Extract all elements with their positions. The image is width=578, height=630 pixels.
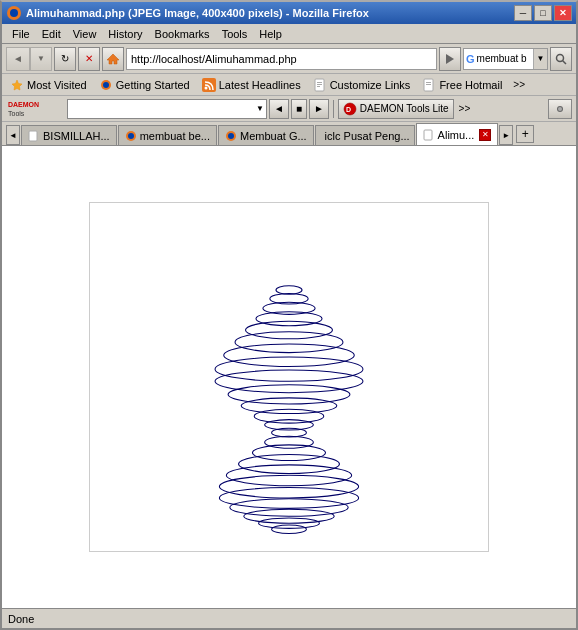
window-title: Alimuhammad.php (JPEG Image, 400x400 pix… bbox=[26, 7, 369, 19]
svg-point-4 bbox=[557, 54, 564, 61]
tab-scroll-left[interactable]: ◄ bbox=[6, 125, 20, 145]
tab-iclc[interactable]: iclc Pusat Peng... bbox=[315, 125, 415, 145]
menu-help[interactable]: Help bbox=[253, 26, 288, 42]
nav-bar: ◄ ▼ ↻ ✕ G ▼ bbox=[2, 44, 576, 74]
menu-edit[interactable]: Edit bbox=[36, 26, 67, 42]
search-input[interactable] bbox=[477, 53, 533, 64]
title-buttons: ─ □ ✕ bbox=[514, 5, 572, 21]
svg-rect-25 bbox=[29, 131, 37, 141]
svg-point-10 bbox=[204, 86, 207, 89]
stop-button[interactable]: ✕ bbox=[78, 47, 100, 71]
daemon-lite-label: DAEMON Tools Lite bbox=[360, 103, 449, 114]
svg-line-5 bbox=[563, 60, 567, 64]
daemon-tools-lite-button[interactable]: D DAEMON Tools Lite bbox=[338, 99, 454, 119]
tab-bismillah[interactable]: BISMILLAH... bbox=[21, 125, 117, 145]
latest-headlines-label: Latest Headlines bbox=[219, 79, 301, 91]
tab-membuat-be-label: membuat be... bbox=[140, 130, 210, 142]
svg-point-29 bbox=[228, 133, 234, 139]
menu-bookmarks[interactable]: Bookmarks bbox=[149, 26, 216, 42]
go-button[interactable] bbox=[439, 47, 461, 71]
svg-marker-3 bbox=[446, 54, 454, 64]
reload-button[interactable]: ↻ bbox=[54, 47, 76, 71]
tab-icon-bismillah bbox=[28, 130, 40, 142]
home-icon bbox=[106, 52, 120, 66]
tab-membuat-be[interactable]: membuat be... bbox=[118, 125, 217, 145]
dropdown-arrow-icon: ▼ bbox=[256, 104, 264, 113]
new-tab-button[interactable]: + bbox=[516, 125, 534, 143]
address-input[interactable] bbox=[131, 53, 432, 65]
home-button[interactable] bbox=[102, 47, 124, 71]
tab-membuat-g[interactable]: Membuat G... bbox=[218, 125, 314, 145]
daemon-dropdown[interactable]: ▼ bbox=[67, 99, 267, 119]
svg-marker-2 bbox=[107, 54, 119, 64]
svg-point-27 bbox=[128, 133, 134, 139]
svg-rect-9 bbox=[202, 78, 216, 92]
page-icon-1 bbox=[313, 78, 327, 92]
svg-marker-6 bbox=[12, 80, 22, 90]
svg-rect-17 bbox=[426, 84, 431, 85]
toolbar-separator bbox=[333, 100, 334, 118]
svg-point-8 bbox=[103, 82, 109, 88]
svg-text:Tools: Tools bbox=[8, 110, 25, 117]
tab-membuat-g-label: Membuat G... bbox=[240, 130, 307, 142]
tab-bismillah-label: BISMILLAH... bbox=[43, 130, 110, 142]
bookmark-most-visited[interactable]: Most Visited bbox=[6, 77, 91, 93]
tab-icon-membuat-be bbox=[125, 130, 137, 142]
back-button[interactable]: ◄ bbox=[6, 47, 30, 71]
svg-point-1 bbox=[10, 9, 18, 17]
search-dropdown[interactable]: ▼ bbox=[533, 49, 547, 69]
main-image bbox=[89, 202, 489, 552]
status-text: Done bbox=[8, 613, 570, 625]
customize-links-label: Customize Links bbox=[330, 79, 411, 91]
google-icon: G bbox=[464, 53, 477, 65]
bookmark-getting-started[interactable]: Getting Started bbox=[95, 77, 194, 93]
search-go-icon bbox=[555, 53, 567, 65]
firefox-icon bbox=[6, 5, 22, 21]
menu-history[interactable]: History bbox=[102, 26, 148, 42]
maximize-button[interactable]: □ bbox=[534, 5, 552, 21]
tabs-bar: ◄ BISMILLAH... membuat be... Membuat G..… bbox=[2, 122, 576, 146]
most-visited-label: Most Visited bbox=[27, 79, 87, 91]
go-icon bbox=[445, 52, 455, 66]
menu-tools[interactable]: Tools bbox=[216, 26, 254, 42]
toolbar2-forward[interactable]: ► bbox=[309, 99, 329, 119]
status-bar: Done bbox=[2, 608, 576, 628]
bookmark-latest-headlines[interactable]: Latest Headlines bbox=[198, 77, 305, 93]
search-box: G ▼ bbox=[463, 48, 548, 70]
bookmarks-overflow[interactable]: >> bbox=[510, 79, 528, 90]
title-bar-left: Alimuhammad.php (JPEG Image, 400x400 pix… bbox=[6, 5, 369, 21]
free-hotmail-label: Free Hotmail bbox=[439, 79, 502, 91]
tab-alimu[interactable]: Alimu... ✕ bbox=[416, 123, 499, 145]
settings-icon bbox=[553, 102, 567, 116]
title-bar: Alimuhammad.php (JPEG Image, 400x400 pix… bbox=[2, 2, 576, 24]
getting-started-icon bbox=[99, 78, 113, 92]
rss-icon bbox=[202, 78, 216, 92]
svg-rect-31 bbox=[424, 130, 432, 140]
browser-window: Alimuhammad.php (JPEG Image, 400x400 pix… bbox=[0, 0, 578, 630]
menu-file[interactable]: File bbox=[6, 26, 36, 42]
most-visited-icon bbox=[10, 78, 24, 92]
close-button[interactable]: ✕ bbox=[554, 5, 572, 21]
address-bar[interactable] bbox=[126, 48, 437, 70]
svg-text:DAEMON: DAEMON bbox=[8, 101, 39, 108]
toolbar2-overflow[interactable]: >> bbox=[456, 103, 474, 114]
tab-alimu-label: Alimu... bbox=[438, 129, 475, 141]
svg-rect-12 bbox=[317, 82, 322, 83]
search-go-button[interactable] bbox=[550, 47, 572, 71]
toolbar2-back[interactable]: ◄ bbox=[269, 99, 289, 119]
content-area bbox=[2, 146, 576, 608]
forward-button[interactable]: ▼ bbox=[30, 47, 52, 71]
tab-scroll-right[interactable]: ► bbox=[499, 125, 513, 145]
minimize-button[interactable]: ─ bbox=[514, 5, 532, 21]
toolbar2-stop[interactable]: ■ bbox=[291, 99, 307, 119]
daemon-lite-icon: D bbox=[343, 102, 357, 116]
toolbar2-settings[interactable] bbox=[548, 99, 572, 119]
daemon-tools-logo[interactable]: DAEMON Tools bbox=[6, 98, 61, 120]
daemon-toolbar: DAEMON Tools ▼ ◄ ■ ► D DAEMON Tools Lite… bbox=[2, 96, 576, 122]
daemon-logo-image: DAEMON Tools bbox=[6, 98, 61, 120]
bookmark-free-hotmail[interactable]: Free Hotmail bbox=[418, 77, 506, 93]
tab-close-alimu[interactable]: ✕ bbox=[479, 129, 491, 141]
bookmark-customize-links[interactable]: Customize Links bbox=[309, 77, 415, 93]
menu-view[interactable]: View bbox=[67, 26, 103, 42]
hotmail-icon bbox=[422, 78, 436, 92]
